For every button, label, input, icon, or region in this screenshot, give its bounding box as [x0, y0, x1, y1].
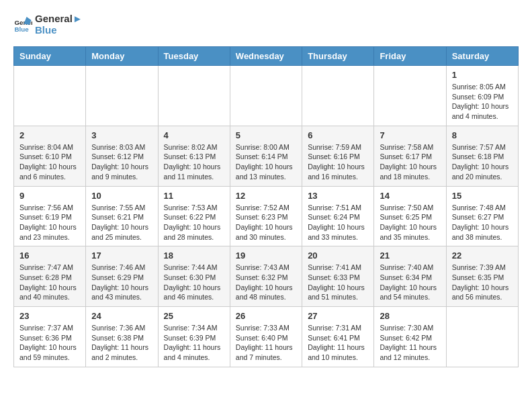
calendar-cell: 2Sunrise: 8:04 AM Sunset: 6:10 PM Daylig…	[14, 126, 86, 186]
calendar-cell: 20Sunrise: 7:41 AM Sunset: 6:33 PM Dayli…	[302, 246, 374, 307]
day-info: Sunrise: 7:44 AM Sunset: 6:30 PM Dayligh…	[164, 263, 224, 302]
day-info: Sunrise: 7:55 AM Sunset: 6:21 PM Dayligh…	[91, 203, 152, 242]
calendar-cell: 3Sunrise: 8:03 AM Sunset: 6:12 PM Daylig…	[86, 126, 158, 186]
logo-line2: Blue	[35, 25, 83, 36]
calendar-cell	[158, 66, 230, 126]
day-info: Sunrise: 7:33 AM Sunset: 6:40 PM Dayligh…	[236, 323, 296, 363]
calendar-cell: 16Sunrise: 7:47 AM Sunset: 6:28 PM Dayli…	[14, 246, 86, 307]
day-info: Sunrise: 7:30 AM Sunset: 6:42 PM Dayligh…	[380, 323, 440, 363]
calendar-cell: 9Sunrise: 7:56 AM Sunset: 6:19 PM Daylig…	[14, 186, 86, 246]
day-info: Sunrise: 8:05 AM Sunset: 6:09 PM Dayligh…	[452, 82, 513, 122]
logo: General Blue General► Blue	[13, 13, 83, 36]
day-info: Sunrise: 7:48 AM Sunset: 6:27 PM Dayligh…	[452, 203, 513, 242]
calendar-cell: 7Sunrise: 7:58 AM Sunset: 6:17 PM Daylig…	[374, 126, 446, 186]
calendar-cell: 26Sunrise: 7:33 AM Sunset: 6:40 PM Dayli…	[230, 307, 302, 367]
day-number: 9	[19, 191, 80, 201]
day-header-sunday: Sunday	[14, 47, 86, 66]
calendar-cell: 17Sunrise: 7:46 AM Sunset: 6:29 PM Dayli…	[86, 246, 158, 307]
calendar-cell: 12Sunrise: 7:52 AM Sunset: 6:23 PM Dayli…	[230, 186, 302, 246]
day-number: 17	[91, 250, 152, 261]
day-header-thursday: Thursday	[302, 47, 374, 66]
day-number: 15	[452, 191, 513, 201]
day-info: Sunrise: 7:36 AM Sunset: 6:38 PM Dayligh…	[91, 323, 152, 363]
day-info: Sunrise: 7:47 AM Sunset: 6:28 PM Dayligh…	[19, 263, 80, 302]
day-number: 14	[380, 191, 440, 201]
calendar-cell: 15Sunrise: 7:48 AM Sunset: 6:27 PM Dayli…	[446, 186, 518, 246]
day-header-wednesday: Wednesday	[230, 47, 302, 66]
logo-line1: General►	[35, 13, 83, 25]
day-number: 28	[380, 311, 440, 321]
day-number: 12	[236, 191, 296, 201]
calendar-cell: 8Sunrise: 7:57 AM Sunset: 6:18 PM Daylig…	[446, 126, 518, 186]
day-number: 25	[164, 311, 224, 321]
logo-icon: General Blue	[13, 15, 32, 34]
day-info: Sunrise: 7:31 AM Sunset: 6:41 PM Dayligh…	[308, 323, 368, 363]
day-info: Sunrise: 7:50 AM Sunset: 6:25 PM Dayligh…	[380, 203, 440, 242]
day-number: 24	[91, 311, 152, 321]
calendar-cell: 28Sunrise: 7:30 AM Sunset: 6:42 PM Dayli…	[374, 307, 446, 367]
day-number: 16	[19, 250, 80, 261]
day-info: Sunrise: 7:57 AM Sunset: 6:18 PM Dayligh…	[452, 142, 513, 182]
day-info: Sunrise: 8:00 AM Sunset: 6:14 PM Dayligh…	[236, 142, 296, 182]
calendar-cell: 11Sunrise: 7:53 AM Sunset: 6:22 PM Dayli…	[158, 186, 230, 246]
calendar-cell: 27Sunrise: 7:31 AM Sunset: 6:41 PM Dayli…	[302, 307, 374, 367]
day-info: Sunrise: 7:34 AM Sunset: 6:39 PM Dayligh…	[164, 323, 224, 363]
calendar-cell: 6Sunrise: 7:59 AM Sunset: 6:16 PM Daylig…	[302, 126, 374, 186]
day-number: 18	[164, 250, 224, 261]
day-number: 7	[380, 130, 440, 140]
calendar-cell: 25Sunrise: 7:34 AM Sunset: 6:39 PM Dayli…	[158, 307, 230, 367]
day-header-monday: Monday	[86, 47, 158, 66]
calendar-cell: 19Sunrise: 7:43 AM Sunset: 6:32 PM Dayli…	[230, 246, 302, 307]
calendar-table: SundayMondayTuesdayWednesdayThursdayFrid…	[13, 46, 519, 367]
calendar-cell: 14Sunrise: 7:50 AM Sunset: 6:25 PM Dayli…	[374, 186, 446, 246]
calendar-cell	[446, 307, 518, 367]
day-info: Sunrise: 7:39 AM Sunset: 6:35 PM Dayligh…	[452, 263, 513, 302]
day-number: 13	[308, 191, 368, 201]
day-number: 8	[452, 130, 513, 140]
calendar-cell: 4Sunrise: 8:02 AM Sunset: 6:13 PM Daylig…	[158, 126, 230, 186]
day-info: Sunrise: 7:58 AM Sunset: 6:17 PM Dayligh…	[380, 142, 440, 182]
day-number: 26	[236, 311, 296, 321]
calendar-cell: 18Sunrise: 7:44 AM Sunset: 6:30 PM Dayli…	[158, 246, 230, 307]
day-number: 11	[164, 191, 224, 201]
day-number: 4	[164, 130, 224, 140]
calendar-week-3: 9Sunrise: 7:56 AM Sunset: 6:19 PM Daylig…	[14, 186, 519, 246]
calendar-cell: 5Sunrise: 8:00 AM Sunset: 6:14 PM Daylig…	[230, 126, 302, 186]
calendar-cell	[14, 66, 86, 126]
day-number: 27	[308, 311, 368, 321]
calendar-cell: 22Sunrise: 7:39 AM Sunset: 6:35 PM Dayli…	[446, 246, 518, 307]
day-number: 3	[91, 130, 152, 140]
day-number: 5	[236, 130, 296, 140]
day-number: 6	[308, 130, 368, 140]
day-info: Sunrise: 7:37 AM Sunset: 6:36 PM Dayligh…	[19, 323, 80, 363]
calendar-week-2: 2Sunrise: 8:04 AM Sunset: 6:10 PM Daylig…	[14, 126, 519, 186]
day-number: 22	[452, 250, 513, 261]
day-info: Sunrise: 7:53 AM Sunset: 6:22 PM Dayligh…	[164, 203, 224, 242]
calendar-cell: 24Sunrise: 7:36 AM Sunset: 6:38 PM Dayli…	[86, 307, 158, 367]
calendar-week-4: 16Sunrise: 7:47 AM Sunset: 6:28 PM Dayli…	[14, 246, 519, 307]
calendar-cell: 23Sunrise: 7:37 AM Sunset: 6:36 PM Dayli…	[14, 307, 86, 367]
calendar-cell	[302, 66, 374, 126]
day-info: Sunrise: 7:52 AM Sunset: 6:23 PM Dayligh…	[236, 203, 296, 242]
day-info: Sunrise: 8:02 AM Sunset: 6:13 PM Dayligh…	[164, 142, 224, 182]
day-number: 21	[380, 250, 440, 261]
calendar-week-5: 23Sunrise: 7:37 AM Sunset: 6:36 PM Dayli…	[14, 307, 519, 367]
calendar-cell: 13Sunrise: 7:51 AM Sunset: 6:24 PM Dayli…	[302, 186, 374, 246]
day-info: Sunrise: 7:59 AM Sunset: 6:16 PM Dayligh…	[308, 142, 368, 182]
day-info: Sunrise: 7:40 AM Sunset: 6:34 PM Dayligh…	[380, 263, 440, 302]
calendar-cell	[374, 66, 446, 126]
calendar-header-row: SundayMondayTuesdayWednesdayThursdayFrid…	[14, 47, 519, 66]
day-number: 2	[19, 130, 80, 140]
day-header-saturday: Saturday	[446, 47, 518, 66]
day-info: Sunrise: 7:51 AM Sunset: 6:24 PM Dayligh…	[308, 203, 368, 242]
calendar-cell: 21Sunrise: 7:40 AM Sunset: 6:34 PM Dayli…	[374, 246, 446, 307]
day-number: 10	[91, 191, 152, 201]
day-info: Sunrise: 7:56 AM Sunset: 6:19 PM Dayligh…	[19, 203, 80, 242]
day-number: 1	[452, 70, 513, 80]
page-header: General Blue General► Blue	[13, 13, 519, 36]
day-info: Sunrise: 7:46 AM Sunset: 6:29 PM Dayligh…	[91, 263, 152, 302]
day-number: 19	[236, 250, 296, 261]
calendar-week-1: 1Sunrise: 8:05 AM Sunset: 6:09 PM Daylig…	[14, 66, 519, 126]
day-number: 20	[308, 250, 368, 261]
calendar-cell	[230, 66, 302, 126]
